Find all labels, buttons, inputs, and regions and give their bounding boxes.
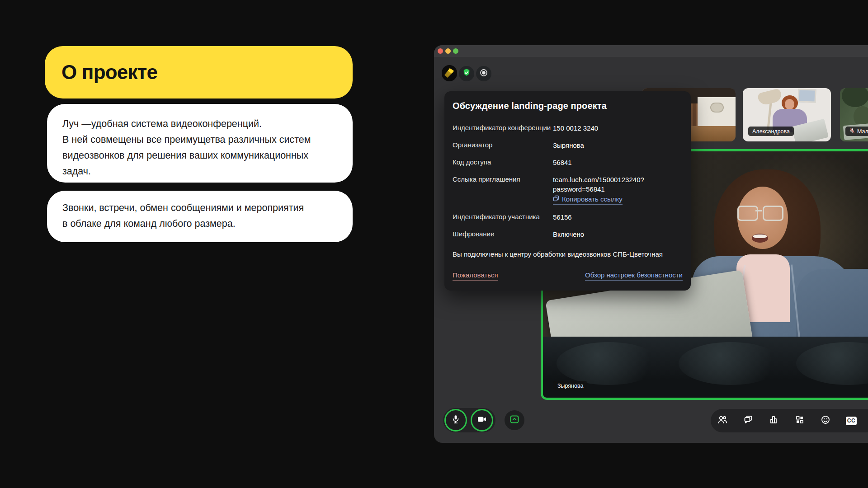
about-title-card: О проекте [45,46,353,99]
camera-icon [476,413,488,427]
participant-name: Александрова [752,128,790,135]
active-speaker-name-badge: Зырянова [553,381,587,390]
record-button[interactable] [476,66,491,81]
participant-thumbnail-aleksandrova[interactable]: Александрова [743,88,831,141]
participant-name: Мал [857,128,868,135]
active-speaker-name: Зырянова [557,383,583,389]
reactions-button[interactable] [820,415,831,426]
about-body-2: Звонки, встречи, обмен сообщениями и мер… [62,200,337,232]
chat-button[interactable] [743,415,754,426]
grid-view-button[interactable] [794,415,805,426]
luch-logo-icon [442,65,457,82]
copy-icon [553,195,559,203]
about-description-card: Луч —удобная система видеоконференций. В… [47,104,353,183]
shield-check-icon [462,68,471,79]
info-row-participant-id: Индентификатор участника 56156 [453,212,683,222]
info-row-organizer: Организатор Зырянова [453,141,683,150]
about-line-1: Луч —удобная система видеоконференций. [62,116,337,132]
page-title: О проекте [61,61,157,84]
close-window-button[interactable] [438,48,443,54]
copy-link-button[interactable]: Копировать ссылку [553,195,623,205]
zoom-window-button[interactable] [453,48,458,54]
conference-info-popover: Обсуждение landing-page проекта Индентиф… [444,91,691,291]
about-body-1: В ней совмещены все преимущетва различны… [62,132,337,179]
cc-icon: CC [846,417,857,425]
copy-link-label: Копировать ссылку [562,195,623,203]
datacenter-note: Вы подключены к центру обработки видеозв… [453,250,683,259]
security-settings-link[interactable]: Обзор настроек безопастности [585,271,683,281]
polls-button[interactable] [769,415,779,426]
info-row-access-code: Код доступа 56841 [453,158,683,167]
present-screen-icon [509,413,520,427]
luch-logo-button[interactable] [442,66,457,81]
participants-icon [717,414,728,427]
info-row-invite-link: Сслыка приглашения team.luch.com/1500012… [453,175,683,194]
participant-thumbnail-mal[interactable]: Мал [840,88,868,141]
present-screen-button[interactable] [505,410,524,430]
popover-footer-links: Пожаловаться Обзор настроек безопастност… [453,271,683,281]
microphone-button[interactable] [444,409,467,432]
microphone-icon [450,414,461,427]
smiley-icon [820,414,831,427]
info-row-conference-id: Индентификатор конференции 150 0012 3240 [453,123,683,133]
video-conference-window: Александрова Мал [434,45,868,443]
report-link[interactable]: Пожаловаться [453,271,498,281]
window-titlebar [434,45,868,57]
chat-icon [743,414,754,427]
copy-link-row: Копировать ссылку [553,195,683,205]
grid-icon [794,414,805,427]
participant-name-badge: Александрова [748,127,794,136]
info-row-encryption: Шифрование Включено [453,230,683,239]
participant-name-badge: Мал [845,127,868,136]
features-card: Звонки, встречи, обмен сообщениями и мер… [47,191,353,242]
meeting-tools-pill: CC [711,409,868,432]
participants-button[interactable] [717,415,728,426]
security-button[interactable] [459,66,474,81]
conference-title: Обсуждение landing-page проекта [453,101,683,111]
mic-muted-icon [849,128,855,135]
camera-button[interactable] [471,409,493,432]
bar-chart-icon [769,414,779,427]
minimize-window-button[interactable] [445,48,451,54]
record-icon [479,68,488,79]
captions-button[interactable]: CC [846,415,857,426]
